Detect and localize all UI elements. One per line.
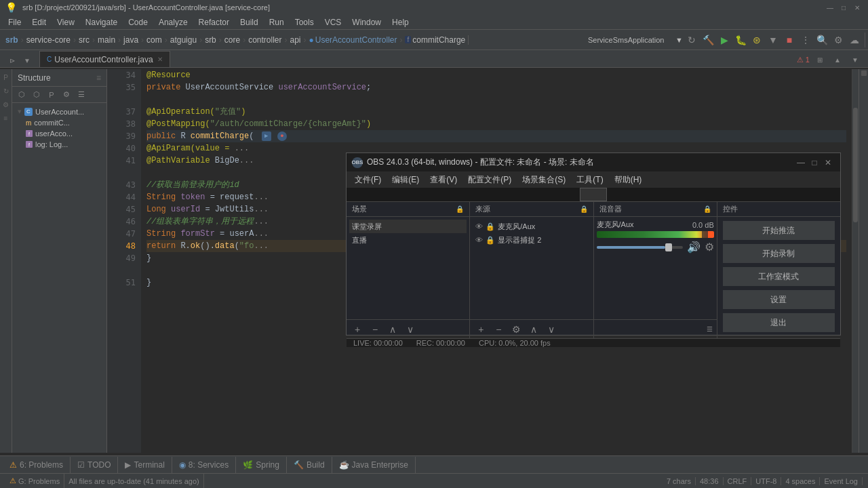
maximize-button[interactable]: □ — [838, 2, 849, 13]
right-sidebar-icon-1[interactable] — [861, 70, 867, 76]
menu-analyze[interactable]: Analyze — [153, 16, 193, 28]
obs-menu-view[interactable]: 查看(V) — [425, 173, 462, 187]
more-run-btn[interactable]: ▼ — [766, 33, 781, 47]
obs-minimize-btn[interactable]: — — [794, 156, 808, 169]
filter-button[interactable]: ⬡ — [30, 88, 43, 102]
menu-vcs[interactable]: VCS — [319, 16, 347, 28]
bottom-tab-services[interactable]: ◉ 8: Services — [172, 457, 236, 473]
obs-menu-edit[interactable]: 编辑(E) — [387, 173, 425, 187]
cursor-position-status[interactable]: 48:36 — [696, 477, 724, 485]
tab-close-icon[interactable]: ✕ — [157, 56, 163, 63]
indent-status[interactable]: 4 spaces — [781, 477, 820, 485]
left-icon-1[interactable]: P — [1, 72, 12, 83]
obs-start-stream-btn[interactable]: 开始推流 — [723, 221, 835, 240]
left-icon-2[interactable]: ↻ — [1, 85, 12, 96]
struct-class-item[interactable]: ▾ C UserAccount... — [12, 106, 106, 117]
struct-field-item-1[interactable]: f userAcco... — [12, 128, 106, 139]
expand-button[interactable]: P — [45, 88, 58, 102]
run-button[interactable]: ▶ — [717, 33, 732, 47]
tab-list-btn[interactable]: ▼ — [20, 54, 34, 67]
menu-help[interactable]: Help — [387, 16, 414, 28]
bottom-tab-terminal[interactable]: ▶ Terminal — [118, 457, 172, 473]
minimize-button[interactable]: — — [825, 2, 835, 13]
obs-studio-mode-btn[interactable]: 工作室模式 — [723, 267, 835, 286]
line-separator-status[interactable]: CRLF — [724, 477, 752, 485]
search-everywhere[interactable]: 🔍 — [814, 33, 829, 47]
obs-volume-slider[interactable] — [597, 246, 683, 249]
menu-tools[interactable]: Tools — [290, 16, 319, 28]
tab-nav-back[interactable]: ⊳ — [5, 54, 19, 67]
editor-scrollbar[interactable] — [852, 69, 859, 453]
menu-run[interactable]: Run — [264, 16, 290, 28]
obs-volume-thumb[interactable] — [665, 243, 672, 251]
obs-maximize-btn[interactable]: □ — [808, 156, 821, 169]
obs-mixer-settings-btn[interactable]: ☰ — [707, 325, 713, 333]
obs-scene-item-2[interactable]: 直播 — [349, 233, 467, 247]
more-tools-btn[interactable]: ⋮ — [798, 33, 813, 47]
bottom-tab-todo[interactable]: ☑ TODO — [71, 457, 118, 473]
obs-source-settings-btn[interactable]: ⚙ — [509, 323, 523, 336]
obs-scene-item-1[interactable]: 课堂录屏 — [349, 220, 467, 233]
obs-menu-config[interactable]: 配置文件(P) — [462, 173, 517, 187]
obs-menu-scenes[interactable]: 场景集合(S) — [517, 173, 571, 187]
coverage-button[interactable]: ⊛ — [749, 33, 764, 47]
structure-menu-icon[interactable]: ≡ — [96, 73, 101, 83]
git-status[interactable]: ⚠ G: Problems — [5, 474, 64, 488]
struct-gear-btn[interactable]: ☰ — [75, 88, 88, 102]
obs-volume-icon[interactable]: 🔊 — [687, 241, 701, 253]
left-icon-3[interactable]: ⚙ — [1, 99, 12, 110]
obs-source-remove-btn[interactable]: − — [492, 323, 505, 336]
stop-button[interactable]: ■ — [782, 33, 797, 47]
run-gutter-icon[interactable]: ▶ — [262, 131, 271, 141]
bottom-tab-problems[interactable]: ⚠ 6: Problems — [3, 457, 71, 473]
menu-build[interactable]: Build — [235, 16, 264, 28]
bottom-tab-build[interactable]: 🔨 Build — [287, 457, 332, 473]
obs-exit-btn[interactable]: 退出 — [723, 313, 835, 332]
build-button[interactable]: 🔨 — [701, 33, 715, 47]
struct-method-item[interactable]: m commitC... — [12, 117, 106, 128]
obs-close-btn[interactable]: ✕ — [821, 156, 835, 169]
menu-window[interactable]: Window — [347, 16, 387, 28]
debug-button[interactable]: 🐛 — [733, 33, 748, 47]
char-count-status[interactable]: 7 chars — [663, 477, 696, 485]
close-button[interactable]: ✕ — [852, 2, 863, 13]
obs-scene-down-btn[interactable]: ∨ — [403, 323, 417, 336]
expand-editor-btn[interactable]: ⊞ — [812, 52, 827, 67]
menu-navigate[interactable]: Navigate — [80, 16, 123, 28]
menu-view[interactable]: View — [52, 16, 80, 28]
scroll-down-btn[interactable]: ▼ — [848, 52, 863, 67]
struct-more-btn[interactable]: ⚙ — [60, 88, 73, 102]
obs-source-item-2[interactable]: 👁 🔒 显示器捕捉 2 — [473, 233, 590, 247]
obs-settings-btn[interactable]: 设置 — [723, 290, 835, 309]
obs-start-record-btn[interactable]: 开始录制 — [723, 244, 835, 263]
obs-source-add-btn[interactable]: + — [474, 323, 488, 336]
obs-source-lock-2[interactable]: 🔒 — [486, 236, 495, 245]
settings-button[interactable]: ⚙ — [831, 33, 846, 47]
obs-menu-file[interactable]: 文件(F) — [349, 173, 387, 187]
menu-file[interactable]: File — [3, 16, 26, 28]
obs-mixer-gear-icon[interactable]: ⚙ — [705, 241, 714, 253]
obs-menu-help[interactable]: 帮助(H) — [609, 173, 648, 187]
left-icon-4[interactable]: ≡ — [1, 113, 12, 123]
obs-menu-tools[interactable]: 工具(T) — [571, 173, 608, 187]
vcs-button[interactable]: ☁ — [847, 33, 862, 47]
sort-button[interactable]: ⬡ — [15, 88, 28, 102]
obs-source-eye-2[interactable]: 👁 — [475, 236, 483, 244]
bottom-tab-java-enterprise[interactable]: ☕ Java Enterprise — [332, 457, 416, 473]
struct-field-item-2[interactable]: f log: Log... — [12, 139, 106, 150]
refresh-button[interactable]: ↻ — [684, 33, 699, 47]
run-config-dropdown[interactable]: ServiceSmsApplication▼ — [588, 33, 683, 47]
menu-code[interactable]: Code — [123, 16, 153, 28]
obs-scene-add-btn[interactable]: + — [351, 323, 364, 336]
menu-refactor[interactable]: Refactor — [193, 16, 235, 28]
obs-scene-up-btn[interactable]: ∧ — [386, 323, 399, 336]
obs-source-item-1[interactable]: 👁 🔒 麦克风/Aux — [473, 220, 590, 233]
obs-source-eye-1[interactable]: 👁 — [475, 222, 483, 230]
encoding-status[interactable]: UTF-8 — [751, 477, 781, 485]
obs-source-lock-1[interactable]: 🔒 — [486, 222, 495, 231]
menu-edit[interactable]: Edit — [26, 16, 52, 28]
file-status[interactable]: All files are up-to-date (41 minutes ago… — [64, 474, 204, 488]
debug-gutter-icon[interactable]: ● — [277, 131, 287, 141]
obs-source-down-btn[interactable]: ∨ — [545, 323, 558, 336]
tab-useraccount-controller[interactable]: C UserAccountController.java ✕ — [39, 51, 170, 67]
